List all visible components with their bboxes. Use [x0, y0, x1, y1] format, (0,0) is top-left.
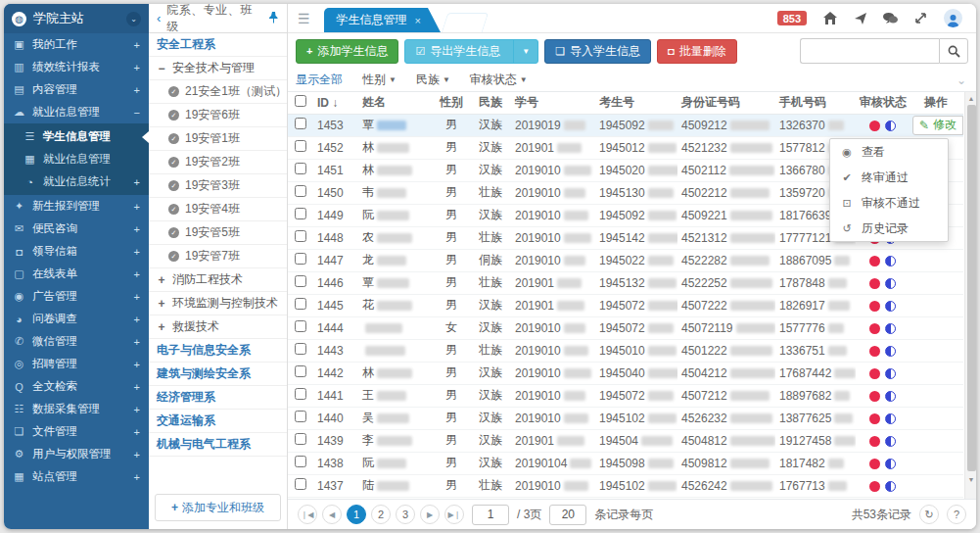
- sidebar-item-file-management[interactable]: ❏ 文件管理 +: [4, 420, 149, 443]
- cell-name[interactable]: 农: [358, 226, 433, 249]
- sidebar-item-my-work[interactable]: ▣ 我的工作 +: [4, 33, 149, 56]
- sort-desc-icon[interactable]: ↓: [332, 96, 338, 110]
- class-item[interactable]: ✓21安全1班（测试）: [149, 80, 287, 104]
- sidebar-item-ad-management[interactable]: ◉ 广告管理 +: [4, 285, 149, 308]
- tree-toggle-icon[interactable]: +: [157, 297, 166, 311]
- dept-item[interactable]: 电子与信息安全系: [149, 339, 287, 363]
- sidebar-item-wechat-management[interactable]: ✆ 微信管理 +: [4, 330, 149, 353]
- scrollbar-thumb[interactable]: [967, 105, 976, 471]
- tab-student-info[interactable]: 学生信息管理 ×: [324, 8, 441, 32]
- expand-toggle-icon[interactable]: +: [134, 404, 140, 415]
- cell-name[interactable]: 龙: [358, 249, 433, 271]
- sidebar-item-fulltext-search[interactable]: Q 全文检索 +: [4, 375, 149, 398]
- hamburger-icon[interactable]: ☰: [298, 11, 310, 26]
- dept-item[interactable]: 经济管理系: [149, 386, 287, 410]
- row-checkbox[interactable]: [295, 343, 306, 355]
- table-row[interactable]: 1445 花 男 汉族 201901 1945072 4507222 18269…: [288, 294, 963, 316]
- class-item[interactable]: ✓19安管3班: [149, 174, 287, 198]
- batch-delete-button[interactable]: ◘批量删除: [657, 39, 737, 64]
- expand-toggle-icon[interactable]: +: [134, 314, 140, 325]
- avatar[interactable]: [944, 9, 962, 27]
- row-checkbox[interactable]: [295, 140, 306, 152]
- row-checkbox[interactable]: [295, 320, 306, 332]
- export-student-button[interactable]: ☑导出学生信息 ▼: [404, 39, 538, 64]
- cell-name[interactable]: 覃: [358, 271, 433, 294]
- cell-name[interactable]: 韦: [358, 181, 433, 204]
- cell-name[interactable]: 阮: [358, 452, 433, 474]
- next-page-button[interactable]: ▶: [420, 505, 440, 524]
- expand-toggle-icon[interactable]: +: [134, 268, 140, 280]
- major-item[interactable]: −安全技术与管理: [149, 57, 287, 80]
- filter-audit-status[interactable]: 审核状态▼: [470, 72, 528, 88]
- add-student-button[interactable]: +添加学生信息: [296, 39, 398, 64]
- row-checkbox[interactable]: [295, 163, 306, 174]
- row-checkbox[interactable]: [295, 118, 306, 129]
- cell-name[interactable]: 林: [358, 362, 433, 384]
- cell-name[interactable]: 王: [358, 384, 433, 407]
- major-item[interactable]: +救援技术: [149, 315, 287, 339]
- row-checkbox[interactable]: [295, 298, 306, 310]
- expand-toggle-icon[interactable]: +: [134, 201, 140, 213]
- refresh-button[interactable]: ↻: [919, 505, 939, 524]
- expand-toggle-icon[interactable]: +: [134, 381, 140, 393]
- table-row[interactable]: 1437 陆 男 壮族 2019010 1945102 4526242 1767…: [288, 474, 963, 497]
- vertical-scrollbar[interactable]: ▲ ▼: [964, 92, 976, 499]
- table-row[interactable]: 1442 林 男 汉族 2019010 1945040 4504212 1768…: [288, 362, 963, 384]
- class-item[interactable]: ✓19安管7班: [149, 245, 287, 268]
- expand-toggle-icon[interactable]: +: [134, 291, 140, 303]
- cell-name[interactable]: 吴: [358, 407, 433, 429]
- table-row[interactable]: 1439 李 男 汉族 201901 194504 4504812 191274…: [288, 429, 963, 452]
- row-checkbox[interactable]: [295, 365, 306, 377]
- export-caret-button[interactable]: ▼: [513, 40, 537, 63]
- table-row[interactable]: 1441 王 男 汉族 2019010 1945072 4507212 1889…: [288, 384, 963, 407]
- page-button-2[interactable]: 2: [371, 505, 391, 524]
- menu-item-audit-reject[interactable]: ⊡审核不通过: [830, 190, 948, 216]
- expand-toggle-icon[interactable]: +: [134, 39, 140, 51]
- dept-item[interactable]: 建筑与测绘安全系: [149, 363, 287, 386]
- filter-gender[interactable]: 性别▼: [362, 72, 397, 88]
- cell-name[interactable]: 林: [358, 159, 433, 181]
- cell-name[interactable]: 覃: [358, 114, 433, 136]
- add-major-class-button[interactable]: +添加专业和班级: [155, 494, 281, 521]
- tree-toggle-icon[interactable]: +: [157, 320, 166, 334]
- send-icon[interactable]: [853, 11, 867, 25]
- class-item[interactable]: ✓19安管1班: [149, 127, 287, 151]
- select-all-checkbox[interactable]: [295, 95, 306, 107]
- cell-name[interactable]: [358, 339, 433, 362]
- sidebar-item-leader-mailbox[interactable]: ◘ 领导信箱 +: [4, 240, 149, 263]
- cell-name[interactable]: 阮: [358, 204, 433, 226]
- row-checkbox[interactable]: [295, 253, 306, 265]
- menu-item-final-approve[interactable]: ✔终审通过: [830, 165, 948, 190]
- sidebar-item-site-management[interactable]: ▦ 站点管理 +: [4, 465, 149, 488]
- class-item[interactable]: ✓19安管6班: [149, 104, 287, 127]
- first-page-button[interactable]: ❘◀: [298, 505, 317, 524]
- expand-toggle-icon[interactable]: +: [134, 223, 140, 235]
- sidebar-item-employment-info-sub[interactable]: ▦ 就业信息管理: [4, 148, 149, 170]
- table-row[interactable]: 1443 男 壮族 2019010 1945010 4501222 133675…: [288, 339, 963, 362]
- row-checkbox[interactable]: [295, 230, 306, 242]
- last-page-button[interactable]: ▶❘: [444, 505, 464, 524]
- sidebar-item-employment-stats[interactable]: ◔ 就业信息统计 +: [4, 170, 149, 193]
- table-row[interactable]: 1438 阮 男 汉族 20190104 1945098 4509812 181…: [288, 452, 963, 474]
- prev-page-button[interactable]: ◀: [322, 505, 342, 524]
- filter-ethnic[interactable]: 民族▼: [416, 72, 450, 88]
- per-page-input[interactable]: [549, 505, 586, 525]
- expand-toggle-icon[interactable]: +: [134, 336, 140, 348]
- row-checkbox[interactable]: [295, 456, 306, 467]
- expand-toggle-icon[interactable]: +: [134, 426, 140, 438]
- expand-toggle-icon[interactable]: −: [134, 107, 140, 119]
- sidebar-item-content-management[interactable]: ▤ 内容管理 +: [4, 78, 149, 101]
- tree-toggle-icon[interactable]: −: [157, 62, 166, 75]
- row-checkbox[interactable]: [295, 275, 306, 287]
- sidebar-item-student-info[interactable]: ☰ 学生信息管理: [4, 125, 149, 148]
- sidebar-item-performance-reports[interactable]: ▥ 绩效统计报表 +: [4, 56, 149, 78]
- dept-item[interactable]: 机械与电气工程系: [149, 433, 287, 457]
- class-item[interactable]: ✓19安管4班: [149, 198, 287, 221]
- expand-toggle-icon[interactable]: +: [134, 84, 140, 96]
- sidebar-item-data-collection[interactable]: ☷ 数据采集管理 +: [4, 398, 149, 420]
- page-number-input[interactable]: [472, 505, 509, 525]
- tab-close-icon[interactable]: ×: [415, 15, 421, 26]
- cell-name[interactable]: [358, 316, 433, 339]
- search-input[interactable]: [800, 38, 939, 64]
- import-student-button[interactable]: ❏导入学生信息: [544, 39, 651, 64]
